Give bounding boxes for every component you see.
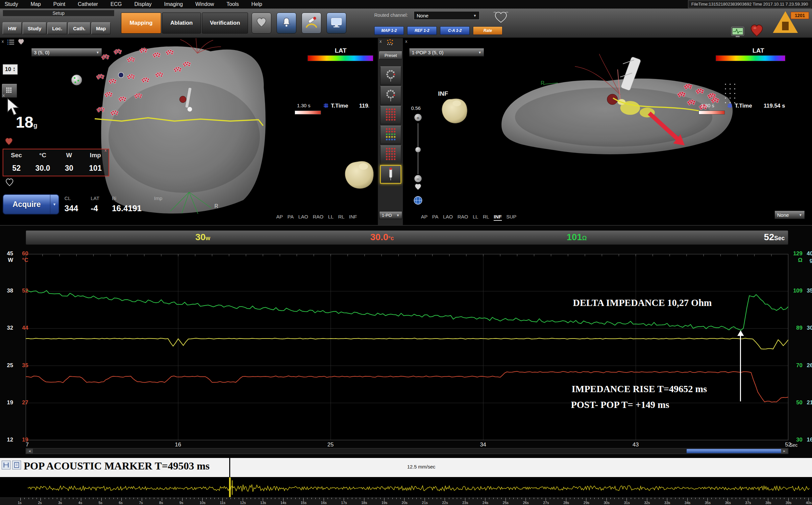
- heart-sphere-icon[interactable]: [414, 183, 422, 192]
- preset-button-grid-catheter-red-2-icon[interactable]: [380, 145, 401, 164]
- view-button-ll[interactable]: LL: [472, 214, 478, 221]
- view-button-ap[interactable]: AP: [276, 214, 283, 220]
- channel-button-ref-1-2[interactable]: REF 1-2: [407, 26, 437, 35]
- heart-red-icon[interactable]: [749, 23, 764, 39]
- ruler-tick: [461, 498, 461, 499]
- close-icon[interactable]: x: [2, 39, 4, 44]
- view-button-lao[interactable]: LAO: [443, 214, 453, 221]
- ruler-tick: [49, 498, 49, 499]
- setup-button-study[interactable]: Study: [23, 22, 46, 34]
- menu-item-window[interactable]: Window: [195, 1, 214, 7]
- heart-tool-icon[interactable]: [4, 137, 14, 147]
- menu-item-study[interactable]: Study: [5, 1, 18, 7]
- graph-header-temperature: 30.0°c: [370, 232, 394, 242]
- channel-button-c-a-1-2[interactable]: C-A 1-2: [440, 26, 470, 35]
- screen-share-icon-button[interactable]: [327, 12, 346, 33]
- preset-button-grid-catheter-multi-icon[interactable]: [380, 126, 401, 144]
- graph-scrollbar[interactable]: ◄ ►: [26, 448, 788, 454]
- menu-item-map[interactable]: Map: [31, 1, 41, 7]
- ruler-tick: [647, 498, 647, 501]
- view-button-rao[interactable]: RAO: [313, 214, 324, 220]
- heart-small-icon[interactable]: [17, 38, 25, 47]
- view-button-rl[interactable]: RL: [483, 214, 489, 221]
- channel-button-rate[interactable]: Rate: [473, 26, 502, 35]
- heart-outline-icon[interactable]: [5, 178, 14, 188]
- preset-button-grid-catheter-red-icon[interactable]: [380, 106, 401, 124]
- right-3d-map[interactable]: [403, 38, 812, 225]
- preset-button-linear-catheter-icon[interactable]: [380, 165, 401, 184]
- zoom-in-button[interactable]: +: [414, 114, 422, 121]
- close-icon[interactable]: x: [105, 148, 107, 153]
- ruler-tick: [202, 498, 203, 501]
- setup-group-label: Setup: [3, 10, 115, 16]
- mode-tab-ablation[interactable]: Ablation: [162, 12, 201, 33]
- close-icon[interactable]: x: [3, 93, 5, 98]
- left-3d-viewport[interactable]: x 3 (5, 0) ▼ LAT 10 ▲▼ x: [0, 38, 378, 225]
- alarm-bell-icon-button[interactable]: [276, 12, 296, 33]
- ruler-tick: [344, 498, 344, 501]
- preset-button-lasso-catheter-icon[interactable]: [380, 66, 401, 85]
- preset-header-button[interactable]: Preset: [379, 51, 402, 59]
- menu-item-catheter[interactable]: Catheter: [78, 1, 98, 7]
- view-button-sup[interactable]: SUP: [506, 214, 517, 221]
- acquire-button[interactable]: Acquire ▼: [3, 194, 59, 214]
- ablation-plot[interactable]: [26, 254, 788, 440]
- ruler-label: 32s: [644, 501, 650, 505]
- catheter-connect-icon-button[interactable]: [301, 12, 321, 33]
- acoustic-marker-cursor[interactable]: [229, 458, 230, 477]
- mode-tab-verification[interactable]: Verification: [202, 12, 248, 33]
- menu-item-point[interactable]: Point: [53, 1, 65, 7]
- map-selector-dropdown[interactable]: 3 (5, 0) ▼: [31, 48, 102, 56]
- time-ruler[interactable]: 1s2s3s4s5s6s7s8s9s10s11s12s13s14s15s16s1…: [0, 497, 812, 505]
- view-button-inf[interactable]: INF: [349, 214, 357, 220]
- spinner-arrows-icon[interactable]: ▲▼: [13, 67, 15, 72]
- lat-color-bar[interactable]: [716, 55, 785, 61]
- chevron-down-icon[interactable]: ▼: [50, 195, 58, 214]
- view-button-pa[interactable]: PA: [287, 214, 294, 220]
- ruler-tick: [603, 498, 603, 499]
- view-button-rl[interactable]: RL: [338, 214, 344, 220]
- view-button-pa[interactable]: PA: [432, 214, 438, 221]
- setup-button-map[interactable]: Map: [91, 22, 111, 34]
- globe-icon[interactable]: [413, 195, 423, 207]
- chevron-down-icon: ▼: [396, 213, 400, 217]
- menu-item-ecg[interactable]: ECG: [111, 1, 122, 7]
- channel-button-map-1-2[interactable]: MAP 1-2: [374, 26, 404, 35]
- view-button-lao[interactable]: LAO: [298, 214, 308, 220]
- setup-button-hw[interactable]: HW: [3, 22, 22, 34]
- page-icon-button[interactable]: [12, 461, 21, 470]
- zoom-slider-handle[interactable]: [415, 147, 421, 153]
- monitor-icon[interactable]: [731, 26, 745, 39]
- right-3d-viewport[interactable]: x 1-POP 3 (5, 0) ▼ LAT 0.56 + − INF APPA…: [403, 38, 812, 225]
- menu-item-tools[interactable]: Tools: [227, 1, 239, 7]
- setup-button-cath[interactable]: Cath.: [68, 22, 90, 34]
- list-icon[interactable]: [7, 39, 14, 46]
- preset-map-dropdown[interactable]: 1-PO ▼: [379, 211, 402, 219]
- preset-button-lasso-catheter-2-icon[interactable]: [380, 86, 401, 105]
- mode-tab-mapping[interactable]: Mapping: [121, 12, 161, 33]
- view-button-inf[interactable]: INF: [494, 214, 501, 221]
- zoom-out-button[interactable]: −: [414, 175, 422, 182]
- caliper-icon-button[interactable]: [2, 461, 11, 470]
- menu-item-help[interactable]: Help: [251, 1, 262, 7]
- setup-button-loc[interactable]: Loc.: [47, 22, 67, 34]
- fill-threshold-spinner[interactable]: 10 ▲▼: [3, 64, 18, 75]
- scroll-right-icon[interactable]: ►: [781, 449, 788, 453]
- ruler-tick: [263, 498, 263, 501]
- heart-monitor-icon-button[interactable]: [252, 12, 271, 33]
- ruler-tick: [368, 498, 368, 499]
- view-button-ap[interactable]: AP: [421, 214, 428, 221]
- view-button-ll[interactable]: LL: [328, 214, 334, 220]
- map-selector-dropdown[interactable]: 1-POP 3 (5, 0) ▼: [409, 48, 484, 56]
- routed-channel-dropdown[interactable]: None ▼: [414, 11, 479, 20]
- close-icon[interactable]: x: [405, 39, 407, 44]
- corner-selector-dropdown[interactable]: None ▼: [775, 210, 805, 219]
- ruler-label: 29s: [583, 501, 589, 505]
- menu-item-display[interactable]: Display: [135, 1, 152, 7]
- view-button-rao[interactable]: RAO: [457, 214, 468, 221]
- menu-item-imaging[interactable]: Imaging: [164, 1, 183, 7]
- scroll-left-icon[interactable]: ◄: [26, 449, 33, 453]
- scrollbar-handle[interactable]: [686, 449, 784, 453]
- close-icon[interactable]: x: [380, 39, 382, 44]
- lat-color-bar[interactable]: [308, 55, 373, 61]
